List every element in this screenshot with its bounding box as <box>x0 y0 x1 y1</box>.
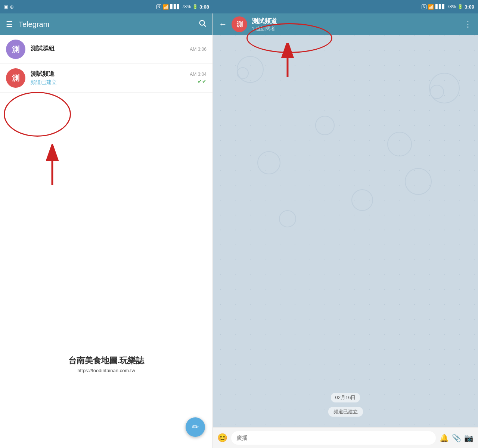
chat-list: 測 測試群組 AM 3:06 測 測試頻道 頻道已建立 <box>0 35 212 448</box>
search-icon[interactable] <box>198 19 207 29</box>
left-status-bar: ▣ ⊕ N 📶 ▋▋▋ 78% 🔋 3:08 <box>0 0 213 13</box>
right-status-bar: N 📶 ▋▋▋ 78% 🔋 3:09 <box>213 0 478 13</box>
messages-area: 02月16日 頻道已建立 <box>213 35 478 427</box>
chat-meta-channel: AM 3:04 ✔✔ <box>190 72 207 84</box>
time-left: 3:08 <box>199 4 209 10</box>
chat-preview-channel: 頻道已建立 <box>31 79 190 86</box>
chat-info-group: 測試群組 <box>31 45 190 54</box>
date-badge: 02月16日 <box>331 393 360 402</box>
system-message: 頻道已建立 <box>328 407 363 417</box>
chat-name-channel: 測試頻道 <box>31 70 190 78</box>
bell-button[interactable]: 🔔 <box>440 433 449 442</box>
signal-icon-right: ▋▋▋ <box>435 4 446 9</box>
nfc-icon-left: N <box>156 4 161 9</box>
chat-name-group: 測試群組 <box>31 45 190 53</box>
time-right: 3:09 <box>465 4 474 10</box>
channel-topbar: ← 測 測試頻道 1 位訂閱者 ⋮ <box>213 13 478 35</box>
app-title: Telegram <box>19 20 192 29</box>
chat-item-channel[interactable]: 測 測試頻道 頻道已建立 AM 3:04 ✔✔ <box>0 64 212 93</box>
battery-icon-right: 🔋 <box>457 4 463 9</box>
emoji-button[interactable]: 😊 <box>217 433 227 443</box>
notification-icon: ▣ <box>4 4 8 10</box>
avatar-group: 測 <box>6 40 25 59</box>
wifi-icon-left: 📶 <box>163 4 169 10</box>
more-options-button[interactable]: ⋮ <box>464 19 472 29</box>
chat-time-group: AM 3:06 <box>190 47 207 52</box>
avatar-channel: 測 <box>6 68 25 88</box>
compose-fab-button[interactable]: ✏ <box>186 417 205 437</box>
battery-icon-left: 🔋 <box>192 4 198 9</box>
svg-line-1 <box>204 25 206 27</box>
chat-list-panel: ☰ Telegram 測 測試群組 AM 3:06 <box>0 13 213 448</box>
chat-list-topbar: ☰ Telegram <box>0 13 212 35</box>
chat-view-panel: ← 測 測試頻道 1 位訂閱者 ⋮ 02月16日 <box>213 13 478 448</box>
channel-subscribers: 1 位訂閱者 <box>252 25 459 32</box>
input-bar: 😊 🔔 📎 📷 <box>213 427 478 448</box>
double-check-icon: ✔✔ <box>198 78 207 84</box>
channel-avatar: 測 <box>232 16 247 32</box>
battery-percent-left: 78% <box>182 4 191 9</box>
compose-icon: ✏ <box>192 422 199 432</box>
camera-button[interactable]: 📷 <box>464 433 474 442</box>
svg-point-0 <box>200 21 205 25</box>
chat-item-group[interactable]: 測 測試群組 AM 3:06 <box>0 35 212 64</box>
signal-icon-left: ▋▋▋ <box>170 4 180 9</box>
input-right-icons: 🔔 📎 📷 <box>440 433 474 442</box>
chat-meta-group: AM 3:06 <box>190 47 207 52</box>
channel-name: 測試頻道 <box>252 17 459 25</box>
battery-percent-right: 78% <box>447 4 456 9</box>
menu-icon[interactable]: ☰ <box>6 20 13 29</box>
back-button[interactable]: ← <box>219 19 227 29</box>
wifi-icon-right: 📶 <box>428 4 434 10</box>
message-input[interactable] <box>231 431 436 445</box>
chat-info-channel: 測試頻道 頻道已建立 <box>31 70 190 86</box>
image-icon: ⊕ <box>10 4 14 10</box>
chat-time-channel: AM 3:04 <box>190 72 207 77</box>
channel-info: 測試頻道 1 位訂閱者 <box>252 17 459 32</box>
nfc-icon-right: N <box>422 4 426 9</box>
attach-button[interactable]: 📎 <box>452 433 461 442</box>
